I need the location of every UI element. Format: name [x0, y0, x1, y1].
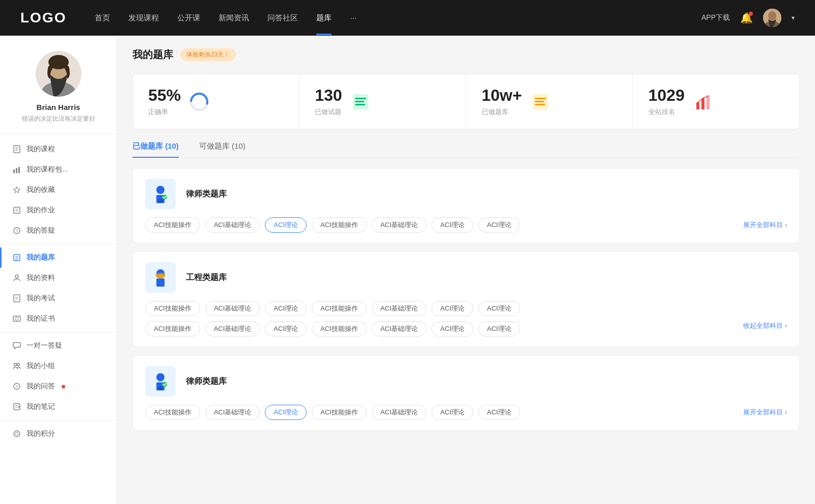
- svg-point-37: [14, 431, 20, 437]
- main-content: 我的题库 体验剩余23天！ 55% 正确率: [117, 36, 815, 504]
- tag-2-4[interactable]: ACI基础理论: [372, 405, 427, 420]
- nav-more[interactable]: ···: [350, 13, 357, 23]
- sidebar-label-my-questions: 我的问答: [26, 382, 55, 391]
- avatar[interactable]: [763, 9, 781, 27]
- nav-discover[interactable]: 发现课程: [128, 13, 159, 23]
- tag-0-5[interactable]: ACI理论: [431, 217, 473, 233]
- user-dropdown-arrow[interactable]: ▾: [792, 14, 795, 21]
- tag-1-r1-0[interactable]: ACI技能操作: [145, 301, 200, 316]
- qbank-card-2: 律师类题库 ACI技能操作 ACI基础理论 ACI理论 ACI技能操作 ACI基…: [132, 355, 800, 431]
- sidebar-item-my-homework[interactable]: 我的作业: [0, 200, 117, 220]
- svg-rect-15: [14, 207, 20, 213]
- tag-1-r2-6[interactable]: ACI理论: [478, 321, 520, 337]
- chat-icon: [12, 341, 21, 350]
- qbank-icon-engineer-1: [145, 262, 176, 293]
- stat-ranking: 1029 全站排名: [633, 74, 799, 129]
- tag-1-r1-1[interactable]: ACI基础理论: [205, 301, 260, 316]
- tag-0-2[interactable]: ACI理论: [265, 217, 307, 233]
- tag-2-0[interactable]: ACI技能操作: [145, 405, 200, 420]
- tag-2-3[interactable]: ACI技能操作: [312, 405, 367, 420]
- svg-point-61: [156, 373, 165, 381]
- tag-1-r1-6[interactable]: ACI理论: [478, 301, 520, 316]
- sidebar-item-my-favorites[interactable]: 我的收藏: [0, 180, 117, 200]
- qbank-name-0: 律师类题库: [186, 189, 227, 200]
- question-icon: ?: [12, 226, 21, 235]
- tag-1-r2-5[interactable]: ACI理论: [431, 321, 473, 337]
- nav-home[interactable]: 首页: [95, 13, 110, 23]
- stat-accuracy-value: 55%: [148, 87, 181, 104]
- bar-chart-red-icon: [693, 92, 713, 112]
- sidebar-item-my-notes[interactable]: 我的笔记: [0, 397, 117, 417]
- svg-rect-11: [13, 170, 15, 173]
- tag-0-3[interactable]: ACI技能操作: [312, 217, 367, 233]
- app-download-link[interactable]: APP下载: [701, 13, 730, 22]
- logo: LOGO: [20, 10, 66, 26]
- tag-1-r1-5[interactable]: ACI理论: [431, 301, 473, 316]
- sidebar-divider-1: [0, 244, 117, 244]
- tag-1-r1-3[interactable]: ACI技能操作: [312, 301, 367, 316]
- my-questions-dot: [62, 385, 65, 388]
- tag-1-r1-2[interactable]: ACI理论: [265, 301, 307, 316]
- stat-ranking-label: 全站排名: [648, 107, 685, 117]
- sidebar-label-my-points: 我的积分: [26, 429, 55, 438]
- expand-link-1[interactable]: 收起全部科目 ›: [743, 321, 787, 337]
- tag-1-r1-4[interactable]: ACI基础理论: [372, 301, 427, 316]
- tag-2-5[interactable]: ACI理论: [431, 405, 473, 420]
- notification-bell[interactable]: 🔔: [740, 12, 753, 24]
- homework-icon: [12, 206, 21, 215]
- tag-2-6[interactable]: ACI理论: [478, 405, 520, 420]
- tag-0-4[interactable]: ACI基础理论: [372, 217, 427, 233]
- stat-done-banks-label: 已做题库: [482, 107, 522, 117]
- tag-0-6[interactable]: ACI理论: [478, 217, 520, 233]
- tag-1-r2-1[interactable]: ACI基础理论: [205, 321, 260, 337]
- nav-open-course[interactable]: 公开课: [177, 13, 200, 23]
- tag-1-r2-4[interactable]: ACI基础理论: [372, 321, 427, 337]
- sidebar-item-my-profile[interactable]: 我的资料: [0, 268, 117, 288]
- sidebar-item-my-cert[interactable]: 我的证书: [0, 309, 117, 329]
- tag-0-0[interactable]: ACI技能操作: [145, 217, 200, 233]
- tag-2-2[interactable]: ACI理论: [265, 405, 307, 420]
- svg-point-60: [155, 273, 166, 278]
- notification-dot: [749, 12, 753, 16]
- sidebar-label-my-group: 我的小组: [26, 361, 55, 371]
- tab-available-banks[interactable]: 可做题库 (10): [199, 142, 246, 157]
- sidebar-divider-2: [0, 332, 117, 332]
- sidebar-label-my-favorites: 我的收藏: [26, 185, 55, 194]
- tag-1-r2-0[interactable]: ACI技能操作: [145, 321, 200, 337]
- expand-link-0[interactable]: 展开全部科目 ›: [743, 220, 787, 230]
- nav-qa[interactable]: 问答社区: [267, 13, 298, 23]
- tag-0-1[interactable]: ACI基础理论: [205, 217, 260, 233]
- tab-done-banks[interactable]: 已做题库 (10): [132, 142, 179, 157]
- sidebar-item-my-qbank[interactable]: 我的题库: [0, 247, 117, 268]
- sidebar-item-my-course-package[interactable]: 我的课程包...: [0, 159, 117, 180]
- svg-rect-58: [156, 278, 165, 287]
- tag-1-r2-3[interactable]: ACI技能操作: [312, 321, 367, 337]
- svg-point-1: [768, 11, 776, 20]
- trial-badge: 体验剩余23天！: [180, 48, 236, 61]
- svg-point-38: [15, 432, 18, 435]
- sidebar-item-my-exam[interactable]: 我的考试: [0, 288, 117, 309]
- sidebar-item-my-qa[interactable]: ? 我的答疑: [0, 220, 117, 241]
- sidebar-label-my-profile: 我的资料: [26, 273, 55, 283]
- tag-2-1[interactable]: ACI基础理论: [205, 405, 260, 420]
- sidebar-item-my-group[interactable]: 我的小组: [0, 356, 117, 376]
- pie-chart-icon: [189, 92, 209, 112]
- qbank-icon-lawyer-0: [145, 179, 176, 209]
- svg-point-24: [15, 275, 18, 278]
- qbank-tags-row2-1: ACI技能操作 ACI基础理论 ACI理论 ACI技能操作 ACI基础理论 AC…: [145, 321, 787, 337]
- tag-1-r2-2[interactable]: ACI理论: [265, 321, 307, 337]
- expand-link-2[interactable]: 展开全部科目 ›: [743, 408, 787, 417]
- svg-point-30: [14, 363, 17, 366]
- cert-icon: [12, 314, 21, 323]
- page-title: 我的题库: [132, 48, 173, 62]
- svg-rect-48: [535, 101, 544, 102]
- sidebar-item-one-on-one[interactable]: 一对一答疑: [0, 335, 117, 356]
- qbank-name-1: 工程类题库: [186, 272, 227, 283]
- qbank-icon-lawyer-2: [145, 366, 176, 397]
- sidebar-item-my-course[interactable]: 我的课程: [0, 139, 117, 159]
- nav-news[interactable]: 新闻资讯: [219, 13, 249, 23]
- nav-items: 首页 发现课程 公开课 新闻资讯 问答社区 题库 ···: [95, 13, 683, 23]
- sidebar-item-my-points[interactable]: 我的积分: [0, 424, 117, 444]
- sidebar-item-my-questions[interactable]: ? 我的问答: [0, 376, 117, 397]
- nav-qbank[interactable]: 题库: [316, 13, 332, 23]
